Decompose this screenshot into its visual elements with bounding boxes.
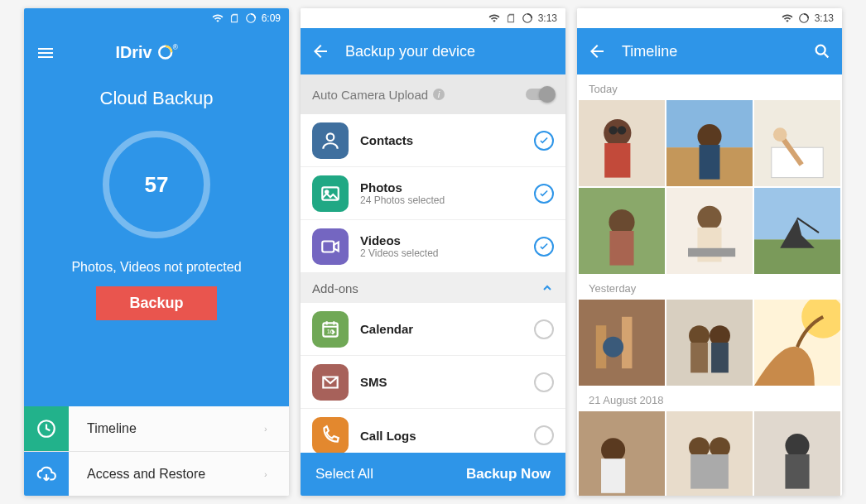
auto-upload-row: Auto Camera Upload i bbox=[301, 74, 565, 114]
svg-point-17 bbox=[609, 126, 617, 134]
screen-backup-device: 3:13 Backup your device Auto Camera Uplo… bbox=[301, 8, 565, 496]
status-bar: 3:13 bbox=[577, 8, 842, 28]
back-icon[interactable] bbox=[587, 41, 607, 61]
back-icon[interactable] bbox=[310, 41, 330, 61]
svg-point-48 bbox=[601, 438, 625, 462]
svg-rect-53 bbox=[690, 454, 729, 489]
svg-rect-38 bbox=[622, 317, 632, 368]
checkbox-checked-icon[interactable] bbox=[534, 184, 554, 204]
battery-icon bbox=[245, 12, 257, 24]
section-today: Today bbox=[577, 74, 842, 100]
backup-item-videos[interactable]: Videos 2 Videos selected bbox=[301, 220, 565, 273]
backup-item-calllogs[interactable]: Call Logs bbox=[301, 409, 565, 453]
svg-point-30 bbox=[697, 206, 721, 230]
checkbox-unchecked-icon[interactable] bbox=[534, 425, 554, 445]
status-bar: 3:13 bbox=[301, 8, 565, 28]
wifi-icon bbox=[212, 12, 224, 24]
search-icon[interactable] bbox=[812, 41, 832, 61]
photo-thumbnail[interactable] bbox=[579, 300, 665, 386]
screen-home: 6:09 IDriv ® Cloud Backup 57 Photos, Vid… bbox=[24, 8, 289, 496]
photos-icon bbox=[312, 175, 349, 212]
svg-rect-31 bbox=[697, 228, 721, 262]
checkbox-unchecked-icon[interactable] bbox=[534, 372, 554, 392]
photo-thumbnail[interactable] bbox=[754, 411, 840, 496]
svg-rect-43 bbox=[690, 343, 708, 372]
sms-icon bbox=[312, 364, 349, 401]
status-time: 3:13 bbox=[815, 12, 834, 24]
photo-thumbnail[interactable] bbox=[754, 300, 840, 386]
select-all-button[interactable]: Select All bbox=[315, 466, 466, 482]
photo-thumbnail[interactable] bbox=[579, 411, 665, 496]
header: Timeline bbox=[577, 28, 842, 74]
svg-text:IDriv: IDriv bbox=[116, 43, 152, 61]
backup-item-list[interactable]: Contacts Photos 24 Photos selected bbox=[301, 114, 565, 453]
svg-rect-40 bbox=[666, 300, 753, 386]
svg-point-25 bbox=[773, 127, 787, 142]
svg-point-6 bbox=[327, 133, 334, 141]
photo-thumbnail[interactable] bbox=[666, 300, 753, 386]
sim-icon bbox=[505, 12, 517, 24]
photo-thumbnail[interactable] bbox=[666, 100, 753, 186]
svg-rect-49 bbox=[601, 458, 625, 493]
thumbnail-grid bbox=[577, 300, 842, 386]
svg-point-55 bbox=[785, 434, 809, 458]
section-yesterday: Yesterday bbox=[577, 274, 842, 300]
item-title: Contacts bbox=[360, 133, 534, 147]
chevron-up-icon bbox=[541, 281, 554, 295]
svg-rect-44 bbox=[711, 343, 729, 372]
chevron-right-icon: › bbox=[264, 469, 289, 479]
photo-thumbnail[interactable] bbox=[754, 188, 840, 274]
clock-icon bbox=[24, 406, 69, 451]
footer-bar: Select All Backup Now bbox=[301, 453, 565, 496]
svg-rect-56 bbox=[785, 454, 809, 489]
photo-thumbnail[interactable] bbox=[579, 188, 665, 274]
backup-button[interactable]: Backup bbox=[96, 286, 216, 320]
auto-upload-toggle[interactable] bbox=[526, 89, 554, 100]
backup-item-contacts[interactable]: Contacts bbox=[301, 114, 565, 167]
svg-point-18 bbox=[618, 126, 626, 134]
nav-timeline[interactable]: Timeline › bbox=[24, 406, 289, 451]
calendar-icon: 16 bbox=[312, 311, 349, 348]
calllogs-icon bbox=[312, 417, 349, 453]
item-title: Photos bbox=[360, 180, 534, 194]
backup-item-sms[interactable]: SMS bbox=[301, 356, 565, 409]
nav-label: Timeline bbox=[69, 421, 264, 436]
checkbox-checked-icon[interactable] bbox=[534, 131, 554, 151]
progress-count: 57 bbox=[145, 172, 169, 198]
nav-label: Access and Restore bbox=[69, 467, 264, 482]
nav-access-restore[interactable]: Access and Restore › bbox=[24, 451, 289, 496]
svg-text:®: ® bbox=[173, 44, 178, 51]
timeline-body[interactable]: Today Yesterday bbox=[577, 74, 842, 496]
status-time: 6:09 bbox=[262, 12, 281, 24]
header-title: Backup your device bbox=[345, 43, 556, 60]
svg-rect-22 bbox=[700, 145, 720, 180]
backup-item-calendar[interactable]: 16 Calendar bbox=[301, 303, 565, 356]
videos-icon bbox=[312, 228, 349, 265]
item-title: Videos bbox=[360, 233, 534, 247]
progress-circle: 57 bbox=[103, 131, 210, 238]
app-logo: IDriv ® bbox=[70, 41, 243, 65]
svg-rect-28 bbox=[609, 231, 633, 266]
wifi-icon bbox=[488, 12, 500, 24]
sim-icon bbox=[229, 12, 240, 24]
page-title: Cloud Backup bbox=[100, 88, 214, 109]
status-time: 3:13 bbox=[538, 12, 557, 24]
info-icon[interactable]: i bbox=[433, 89, 445, 100]
backup-now-button[interactable]: Backup Now bbox=[466, 466, 551, 482]
photo-thumbnail[interactable] bbox=[579, 100, 665, 186]
status-bar: 6:09 bbox=[24, 8, 289, 28]
addons-section-header[interactable]: Add-ons bbox=[301, 273, 565, 303]
section-label: Add-ons bbox=[312, 281, 358, 295]
photo-thumbnail[interactable] bbox=[754, 100, 840, 186]
warning-text: Photos, Videos not protected bbox=[71, 260, 241, 275]
photo-thumbnail[interactable] bbox=[666, 411, 753, 496]
section-date: 21 August 2018 bbox=[577, 386, 842, 411]
checkbox-unchecked-icon[interactable] bbox=[534, 319, 554, 339]
photo-thumbnail[interactable] bbox=[666, 188, 753, 274]
backup-item-photos[interactable]: Photos 24 Photos selected bbox=[301, 167, 565, 220]
main-panel: IDriv ® Cloud Backup 57 Photos, Videos n… bbox=[24, 28, 289, 406]
menu-icon[interactable] bbox=[36, 43, 55, 63]
checkbox-checked-icon[interactable] bbox=[534, 237, 554, 257]
cloud-download-icon bbox=[24, 452, 69, 497]
battery-icon bbox=[522, 12, 533, 24]
